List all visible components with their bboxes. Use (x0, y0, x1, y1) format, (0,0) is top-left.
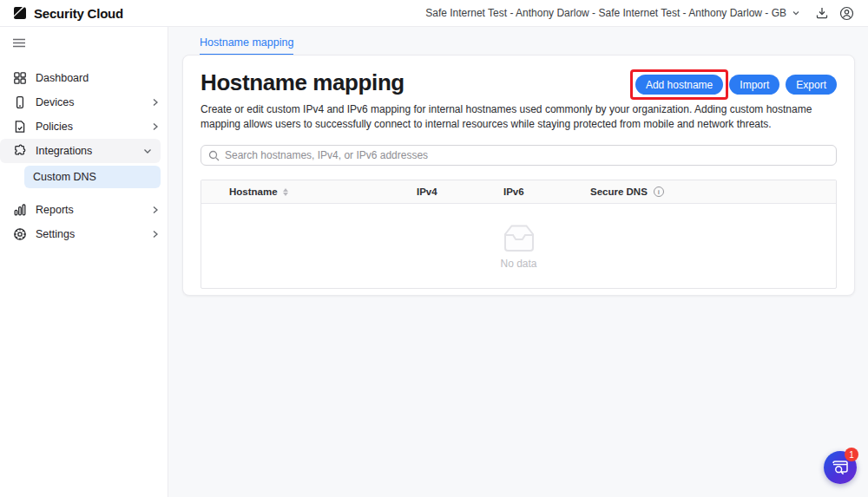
brand-name: Security Cloud (34, 6, 123, 21)
brand[interactable]: Security Cloud (12, 5, 123, 21)
column-header-secure-dns: Secure DNS i (590, 186, 836, 197)
sidebar-item-label: Devices (36, 96, 74, 108)
sidebar-item-label: Custom DNS (33, 171, 96, 183)
table-header-row: Hostname IPv4 IPv6 Secure DNS i (201, 180, 836, 204)
empty-inbox-icon (499, 222, 539, 253)
action-buttons: Add hostname Import Export (635, 75, 837, 95)
sidebar-item-custom-dns[interactable]: Custom DNS (24, 166, 161, 188)
add-hostname-button[interactable]: Add hostname (635, 75, 723, 95)
main-content: Hostname mapping Hostname mapping Add ho… (168, 27, 868, 497)
app-root: Security Cloud Safe Internet Test - Anth… (0, 0, 868, 497)
account-icon[interactable] (837, 3, 856, 23)
devices-icon (13, 95, 27, 109)
column-label: Hostname (229, 186, 278, 197)
sidebar-item-settings[interactable]: Settings (0, 222, 168, 246)
header-right: Safe Internet Test - Anthony Darlow - Sa… (425, 3, 856, 23)
integrations-icon (13, 144, 27, 158)
sidebar-item-integrations[interactable]: Integrations (0, 139, 161, 163)
column-header-ipv6: IPv6 (503, 186, 590, 197)
account-switcher-label[interactable]: Safe Internet Test - Anthony Darlow - Sa… (425, 7, 786, 19)
chevron-right-icon (152, 122, 159, 131)
policies-icon (13, 120, 27, 134)
menu-toggle-icon[interactable] (13, 37, 25, 50)
notification-badge: 1 (845, 448, 858, 461)
sidebar: Dashboard Devices Policies (0, 27, 168, 497)
search-bar (201, 145, 837, 166)
chat-search-doc-icon (832, 460, 849, 475)
card-header: Hostname mapping Add hostname Import Exp… (201, 69, 837, 96)
top-header: Security Cloud Safe Internet Test - Anth… (0, 0, 868, 27)
hostname-mapping-card: Hostname mapping Add hostname Import Exp… (182, 55, 855, 296)
chevron-down-icon (143, 147, 152, 154)
page-description: Create or edit custom IPv4 and IPv6 mapp… (201, 102, 840, 132)
support-chat-button[interactable]: 1 (824, 451, 857, 484)
search-icon (208, 150, 220, 161)
chevron-right-icon (152, 230, 159, 239)
column-header-ipv4: IPv4 (417, 186, 503, 197)
sidebar-item-label: Dashboard (36, 72, 89, 84)
sidebar-item-label: Settings (36, 228, 75, 240)
column-label: IPv6 (503, 186, 524, 197)
settings-icon (13, 227, 27, 241)
sidebar-item-devices[interactable]: Devices (0, 90, 168, 114)
sidebar-item-policies[interactable]: Policies (0, 114, 168, 139)
export-button[interactable]: Export (786, 75, 837, 95)
sort-icon[interactable] (283, 188, 288, 196)
security-cloud-logo-icon (12, 5, 28, 21)
column-label: IPv4 (417, 186, 437, 197)
info-icon[interactable]: i (654, 186, 664, 197)
highlighted-action: Add hostname (635, 75, 723, 95)
sidebar-item-label: Policies (36, 121, 73, 133)
sidebar-item-reports[interactable]: Reports (0, 198, 168, 222)
reports-icon (13, 203, 27, 217)
import-button[interactable]: Import (729, 75, 779, 95)
column-header-hostname[interactable]: Hostname (201, 186, 417, 197)
sidebar-item-dashboard[interactable]: Dashboard (0, 66, 168, 90)
column-label: Secure DNS (590, 186, 648, 197)
chevron-down-icon[interactable] (792, 9, 800, 17)
sidebar-item-label: Reports (36, 204, 74, 216)
dashboard-icon (13, 71, 27, 85)
empty-state: No data (201, 204, 836, 288)
chevron-right-icon (152, 206, 159, 214)
no-data-label: No data (500, 258, 536, 270)
download-button[interactable] (812, 3, 832, 23)
sidebar-spacer (0, 191, 168, 198)
tab-hostname-mapping[interactable]: Hostname mapping (200, 36, 293, 56)
sidebar-item-label: Integrations (36, 145, 92, 157)
hostname-table: Hostname IPv4 IPv6 Secure DNS i (201, 180, 837, 289)
search-input[interactable] (225, 149, 829, 161)
chevron-right-icon (152, 98, 159, 107)
